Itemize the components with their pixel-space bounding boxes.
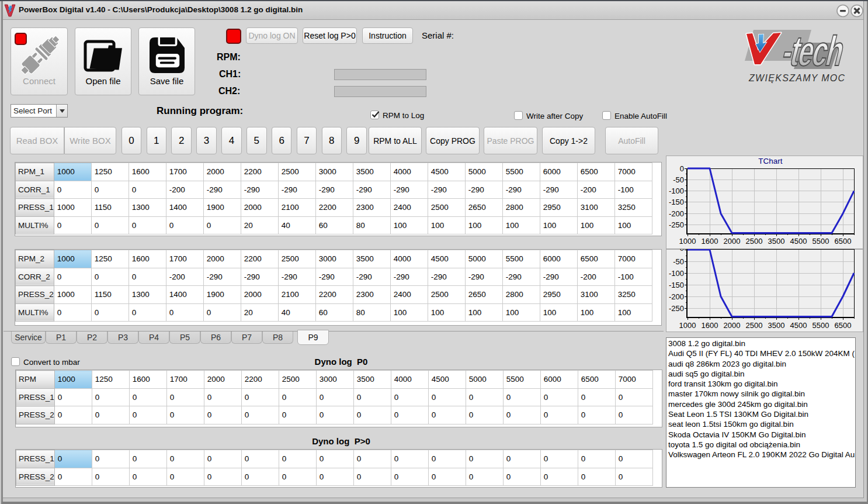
svg-text:-100: -100 xyxy=(669,187,684,195)
svg-text:3500: 3500 xyxy=(768,321,785,330)
svg-text:5500: 5500 xyxy=(813,321,829,330)
svg-text:2000: 2000 xyxy=(724,237,741,246)
svg-text:1600: 1600 xyxy=(702,237,718,246)
svg-text:-150: -150 xyxy=(669,198,684,206)
svg-text:1000: 1000 xyxy=(679,321,696,330)
svg-text:2000: 2000 xyxy=(724,321,741,330)
svg-text:TChart: TChart xyxy=(758,157,783,165)
svg-text:2500: 2500 xyxy=(746,321,763,330)
svg-text:0: 0 xyxy=(680,249,684,253)
svg-text:4500: 4500 xyxy=(790,237,807,246)
svg-text:6500: 6500 xyxy=(835,237,852,246)
svg-text:-250: -250 xyxy=(669,304,684,313)
svg-text:4500: 4500 xyxy=(790,321,807,330)
svg-text:1000: 1000 xyxy=(679,237,696,246)
svg-text:5500: 5500 xyxy=(813,237,829,246)
svg-text:0: 0 xyxy=(680,164,684,173)
svg-text:2500: 2500 xyxy=(746,237,763,246)
svg-text:-200: -200 xyxy=(669,209,684,218)
svg-text:3500: 3500 xyxy=(768,237,785,246)
svg-text:-50: -50 xyxy=(673,257,684,266)
svg-text:-50: -50 xyxy=(673,175,684,184)
svg-text:ZWIĘKSZAMY MOC: ZWIĘKSZAMY MOC xyxy=(748,73,845,83)
svg-text:6500: 6500 xyxy=(835,321,852,330)
svg-text:-100: -100 xyxy=(669,269,684,278)
svg-text:1600: 1600 xyxy=(702,321,718,330)
svg-text:-250: -250 xyxy=(669,220,684,229)
svg-text:-tech: -tech xyxy=(778,27,849,74)
svg-text:-150: -150 xyxy=(669,281,684,289)
svg-text:-200: -200 xyxy=(669,292,684,301)
